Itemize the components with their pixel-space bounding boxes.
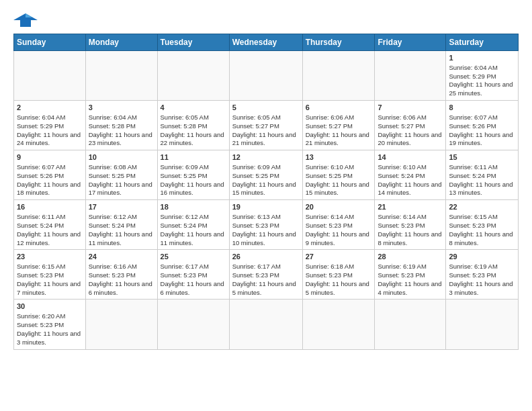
page: SundayMondayTuesdayWednesdayThursdayFrid… <box>0 0 532 411</box>
sunset-text: Sunset: 5:27 PM <box>378 122 443 131</box>
sunrise-text: Sunrise: 6:11 AM <box>449 163 515 172</box>
sunset-text: Sunset: 5:25 PM <box>306 172 372 181</box>
calendar-cell: 13Sunrise: 6:10 AMSunset: 5:25 PMDayligh… <box>302 150 375 200</box>
day-number: 12 <box>232 152 300 163</box>
sunrise-text: Sunrise: 6:04 AM <box>89 113 154 122</box>
sunrise-text: Sunrise: 6:09 AM <box>232 163 300 172</box>
daylight-text: Daylight: 11 hours and 24 minutes. <box>17 131 83 148</box>
day-number: 28 <box>378 252 443 262</box>
daylight-text: Daylight: 11 hours and 8 minutes. <box>378 230 443 248</box>
calendar-cell: 8Sunrise: 6:07 AMSunset: 5:26 PMDaylight… <box>446 101 519 150</box>
calendar-cell: 2Sunrise: 6:04 AMSunset: 5:29 PMDaylight… <box>14 101 86 150</box>
sunrise-text: Sunrise: 6:09 AM <box>161 163 226 172</box>
calendar-cell: 5Sunrise: 6:05 AMSunset: 5:27 PMDaylight… <box>229 101 302 150</box>
daylight-text: Daylight: 11 hours and 3 minutes. <box>17 330 83 347</box>
calendar-cell: 16Sunrise: 6:11 AMSunset: 5:24 PMDayligh… <box>14 200 86 250</box>
day-number: 22 <box>449 202 515 212</box>
day-number: 19 <box>232 202 300 212</box>
sunrise-text: Sunrise: 6:16 AM <box>89 263 154 271</box>
col-header-wednesday: Wednesday <box>229 34 302 51</box>
daylight-text: Daylight: 11 hours and 13 minutes. <box>449 181 515 198</box>
calendar-cell: 17Sunrise: 6:12 AMSunset: 5:24 PMDayligh… <box>85 200 157 250</box>
daylight-text: Daylight: 11 hours and 6 minutes. <box>161 280 226 298</box>
sunrise-text: Sunrise: 6:10 AM <box>378 163 443 172</box>
sunset-text: Sunset: 5:23 PM <box>306 271 372 280</box>
sunrise-text: Sunrise: 6:06 AM <box>378 113 443 122</box>
sunrise-text: Sunrise: 6:05 AM <box>161 113 226 122</box>
calendar-week-row: 9Sunrise: 6:07 AMSunset: 5:26 PMDaylight… <box>14 150 519 200</box>
sunset-text: Sunset: 5:29 PM <box>17 122 83 131</box>
daylight-text: Daylight: 11 hours and 5 minutes. <box>232 280 300 298</box>
calendar-cell: 15Sunrise: 6:11 AMSunset: 5:24 PMDayligh… <box>446 150 519 200</box>
sunrise-text: Sunrise: 6:18 AM <box>306 263 372 271</box>
sunset-text: Sunset: 5:28 PM <box>161 122 226 131</box>
calendar-cell <box>157 300 229 349</box>
calendar-cell: 9Sunrise: 6:07 AMSunset: 5:26 PMDaylight… <box>14 150 86 200</box>
sunrise-text: Sunrise: 6:12 AM <box>161 213 226 222</box>
day-number: 11 <box>161 152 226 163</box>
calendar-header-row: SundayMondayTuesdayWednesdayThursdayFrid… <box>14 34 519 51</box>
col-header-sunday: Sunday <box>14 34 86 51</box>
day-number: 21 <box>378 202 443 212</box>
day-number: 13 <box>306 152 372 163</box>
calendar-cell: 10Sunrise: 6:08 AMSunset: 5:25 PMDayligh… <box>85 150 157 200</box>
day-number: 17 <box>89 202 154 212</box>
daylight-text: Daylight: 11 hours and 21 minutes. <box>306 131 372 148</box>
calendar-cell: 27Sunrise: 6:18 AMSunset: 5:23 PMDayligh… <box>302 250 375 300</box>
day-number: 18 <box>161 202 226 212</box>
calendar-cell: 21Sunrise: 6:14 AMSunset: 5:23 PMDayligh… <box>375 200 446 250</box>
sunset-text: Sunset: 5:23 PM <box>306 222 372 230</box>
daylight-text: Daylight: 11 hours and 15 minutes. <box>232 181 300 198</box>
sunset-text: Sunset: 5:25 PM <box>161 172 226 181</box>
daylight-text: Daylight: 11 hours and 21 minutes. <box>232 131 300 148</box>
day-number: 4 <box>161 103 226 113</box>
calendar-cell <box>157 51 229 101</box>
sunset-text: Sunset: 5:26 PM <box>449 122 515 131</box>
sunset-text: Sunset: 5:25 PM <box>89 172 154 181</box>
col-header-thursday: Thursday <box>302 34 375 51</box>
col-header-saturday: Saturday <box>446 34 519 51</box>
calendar-cell <box>85 300 157 349</box>
calendar-cell <box>446 300 519 349</box>
sunrise-text: Sunrise: 6:14 AM <box>378 213 443 222</box>
sunset-text: Sunset: 5:23 PM <box>17 271 83 280</box>
day-number: 9 <box>17 152 83 163</box>
sunset-text: Sunset: 5:23 PM <box>161 271 226 280</box>
day-number: 5 <box>232 103 300 113</box>
sunrise-text: Sunrise: 6:07 AM <box>449 113 515 122</box>
sunrise-text: Sunrise: 6:05 AM <box>232 113 300 122</box>
sunset-text: Sunset: 5:23 PM <box>449 222 515 230</box>
sunset-text: Sunset: 5:27 PM <box>232 122 300 131</box>
daylight-text: Daylight: 11 hours and 4 minutes. <box>378 280 443 298</box>
sunrise-text: Sunrise: 6:04 AM <box>449 64 515 73</box>
calendar-cell: 1Sunrise: 6:04 AMSunset: 5:29 PMDaylight… <box>446 51 519 101</box>
daylight-text: Daylight: 11 hours and 6 minutes. <box>89 280 154 298</box>
sunset-text: Sunset: 5:24 PM <box>89 222 154 230</box>
calendar-week-row: 30Sunrise: 6:20 AMSunset: 5:23 PMDayligh… <box>14 300 519 349</box>
daylight-text: Daylight: 11 hours and 12 minutes. <box>17 230 83 248</box>
daylight-text: Daylight: 11 hours and 10 minutes. <box>232 230 300 248</box>
daylight-text: Daylight: 11 hours and 23 minutes. <box>89 131 154 148</box>
sunrise-text: Sunrise: 6:11 AM <box>17 213 83 222</box>
day-number: 1 <box>449 53 515 63</box>
sunset-text: Sunset: 5:23 PM <box>232 271 300 280</box>
sunset-text: Sunset: 5:24 PM <box>378 172 443 181</box>
sunset-text: Sunset: 5:24 PM <box>17 222 83 230</box>
sunset-text: Sunset: 5:23 PM <box>378 222 443 230</box>
sunrise-text: Sunrise: 6:17 AM <box>161 263 226 271</box>
daylight-text: Daylight: 11 hours and 18 minutes. <box>17 181 83 198</box>
day-number: 8 <box>449 103 515 113</box>
sunset-text: Sunset: 5:23 PM <box>378 271 443 280</box>
calendar-cell <box>14 51 86 101</box>
day-number: 24 <box>89 252 154 262</box>
daylight-text: Daylight: 11 hours and 3 minutes. <box>449 280 515 298</box>
calendar-cell: 7Sunrise: 6:06 AMSunset: 5:27 PMDaylight… <box>375 101 446 150</box>
calendar-cell: 28Sunrise: 6:19 AMSunset: 5:23 PMDayligh… <box>375 250 446 300</box>
calendar-cell <box>375 51 446 101</box>
day-number: 27 <box>306 252 372 262</box>
daylight-text: Daylight: 11 hours and 11 minutes. <box>89 230 154 248</box>
day-number: 25 <box>161 252 226 262</box>
sunset-text: Sunset: 5:23 PM <box>232 222 300 230</box>
calendar-cell: 14Sunrise: 6:10 AMSunset: 5:24 PMDayligh… <box>375 150 446 200</box>
daylight-text: Daylight: 11 hours and 22 minutes. <box>161 131 226 148</box>
